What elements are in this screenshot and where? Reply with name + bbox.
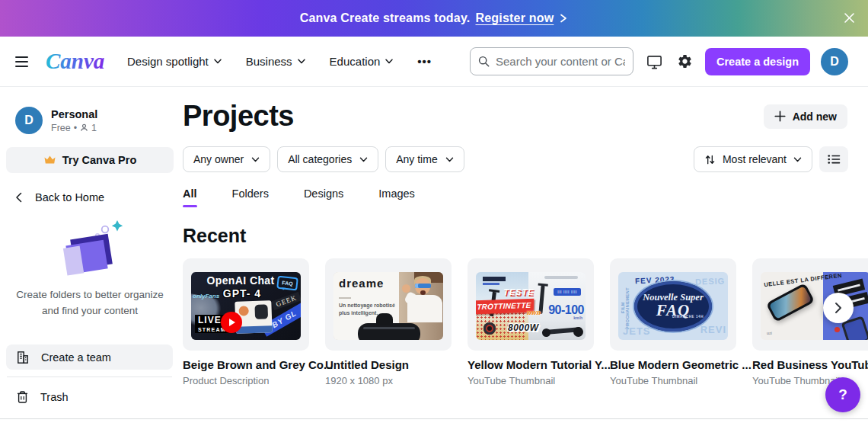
project-card[interactable]: UELLE EST LA DIFFEREN uzi Red Business Y… bbox=[752, 258, 868, 386]
help-button[interactable]: ? bbox=[825, 377, 860, 412]
carousel-next-button[interactable] bbox=[823, 293, 854, 323]
create-team-button[interactable]: Create a team bbox=[6, 344, 173, 370]
chevron-down-icon bbox=[298, 59, 305, 64]
filter-time[interactable]: Any time bbox=[385, 146, 464, 172]
card-title: Beige Brown and Grey Co... bbox=[183, 358, 309, 371]
add-new-button[interactable]: Add new bbox=[764, 104, 847, 129]
card-subtitle: YouTube Thumbnail bbox=[610, 375, 736, 386]
nav-design-spotlight[interactable]: Design spotlight bbox=[127, 55, 222, 68]
banner-register-link[interactable]: Register now bbox=[476, 11, 554, 25]
divider bbox=[7, 377, 172, 377]
chevron-down-icon bbox=[359, 157, 368, 162]
chevron-right-icon bbox=[834, 302, 842, 314]
main-nav: Design spotlight Business Education ••• bbox=[127, 55, 432, 68]
search-icon bbox=[478, 55, 490, 68]
thumbnail-dreame: dreame Un nettoyage robotiséplus intelli… bbox=[333, 272, 443, 340]
svg-text:Canva: Canva bbox=[46, 49, 104, 73]
recent-heading: Recent bbox=[183, 225, 868, 247]
tab-designs[interactable]: Designs bbox=[304, 187, 343, 207]
page-bottom-divider bbox=[0, 418, 868, 419]
chevron-down-icon bbox=[385, 59, 393, 64]
project-card[interactable]: III IIII IIII TESTE TROTTINETTE »»» 90-1… bbox=[468, 258, 594, 386]
folders-note: Create folders to better organize and fi… bbox=[6, 287, 174, 319]
chevron-right-icon bbox=[559, 13, 568, 24]
card-title: Red Business YouTube bbox=[752, 358, 868, 371]
chevron-down-icon bbox=[793, 157, 802, 162]
nav-education[interactable]: Education bbox=[330, 55, 394, 68]
canva-logo[interactable]: Canva bbox=[45, 47, 104, 76]
project-tabs: All Folders Designs Images bbox=[183, 187, 868, 207]
sidebar: D Personal Free• 1 Try Canva Pro Back to… bbox=[0, 87, 180, 423]
card-title: Blue Modern Geometric ... bbox=[610, 358, 736, 371]
try-canva-pro-button[interactable]: Try Canva Pro bbox=[6, 147, 174, 173]
chat-bubble: FAQ bbox=[276, 276, 298, 291]
close-icon[interactable] bbox=[844, 12, 855, 24]
filter-owner[interactable]: Any owner bbox=[183, 146, 270, 172]
thumbnail-openai-chat: OpenAI Chat GPT- 4 onlyFans FAQ GEEK BY … bbox=[191, 272, 301, 340]
plus-icon bbox=[774, 111, 786, 122]
list-view-toggle[interactable] bbox=[819, 146, 848, 172]
card-title: Yellow Modern Tutorial Y... bbox=[468, 358, 594, 371]
profile-name: Personal bbox=[51, 108, 97, 120]
project-card[interactable]: OpenAI Chat GPT- 4 onlyFans FAQ GEEK BY … bbox=[183, 258, 309, 386]
nav-more[interactable]: ••• bbox=[417, 55, 432, 68]
card-subtitle: 1920 x 1080 px bbox=[325, 375, 452, 386]
search-input[interactable] bbox=[496, 55, 625, 68]
thumbnail-nouvelle-faq: FEV 2023 DESIG FILM PROCHAINEMENT JETS R… bbox=[618, 272, 728, 340]
page-title: Projects bbox=[183, 100, 294, 133]
trash-button[interactable]: Trash bbox=[6, 384, 173, 409]
chevron-down-icon bbox=[214, 59, 222, 64]
profile-switcher[interactable]: D Personal Free• 1 bbox=[15, 107, 174, 134]
card-subtitle: Product Description bbox=[183, 375, 309, 386]
recent-cards: OpenAI Chat GPT- 4 onlyFans FAQ GEEK BY … bbox=[183, 258, 868, 386]
create-design-button[interactable]: Create a design bbox=[705, 48, 810, 75]
settings-gear-icon[interactable] bbox=[675, 52, 694, 71]
search-box[interactable] bbox=[470, 47, 633, 75]
folder-illustration bbox=[6, 219, 174, 277]
profile-avatar: D bbox=[15, 107, 43, 134]
promo-banner: Canva Create streams today. Register now bbox=[0, 0, 868, 37]
project-card[interactable]: FEV 2023 DESIG FILM PROCHAINEMENT JETS R… bbox=[610, 258, 736, 386]
play-button-icon bbox=[221, 312, 242, 333]
trash-icon bbox=[16, 390, 29, 404]
devices-icon[interactable] bbox=[644, 52, 665, 72]
top-header: Canva Design spotlight Business Educatio… bbox=[0, 37, 868, 87]
chevron-down-icon bbox=[251, 157, 260, 162]
person-icon bbox=[80, 123, 88, 132]
crown-icon bbox=[43, 155, 56, 165]
team-building-icon bbox=[16, 351, 30, 364]
chevron-left-icon bbox=[15, 192, 22, 203]
user-avatar[interactable]: D bbox=[821, 48, 848, 75]
banner-message: Canva Create streams today. bbox=[300, 11, 471, 25]
tab-folders[interactable]: Folders bbox=[232, 187, 269, 207]
back-to-home[interactable]: Back to Home bbox=[15, 191, 174, 203]
chevron-down-icon bbox=[445, 157, 454, 162]
card-subtitle: YouTube Thumbnail bbox=[468, 375, 594, 386]
list-view-icon bbox=[828, 154, 841, 165]
card-title: Untitled Design bbox=[325, 358, 452, 371]
sort-dropdown[interactable]: Most relevant bbox=[694, 146, 812, 172]
nav-business[interactable]: Business bbox=[246, 55, 305, 68]
menu-icon[interactable] bbox=[15, 56, 28, 67]
sort-arrows-icon bbox=[704, 154, 716, 165]
filter-category[interactable]: All categories bbox=[277, 146, 378, 172]
tab-images[interactable]: Images bbox=[378, 187, 415, 207]
profile-plan: Free• 1 bbox=[51, 123, 97, 133]
project-card[interactable]: dreame Un nettoyage robotiséplus intelli… bbox=[325, 258, 452, 386]
tab-all[interactable]: All bbox=[183, 187, 197, 207]
main-content: Projects Add new Any owner All categorie… bbox=[180, 87, 868, 423]
thumbnail-trottinette: III IIII IIII TESTE TROTTINETTE »»» 90-1… bbox=[476, 272, 586, 340]
